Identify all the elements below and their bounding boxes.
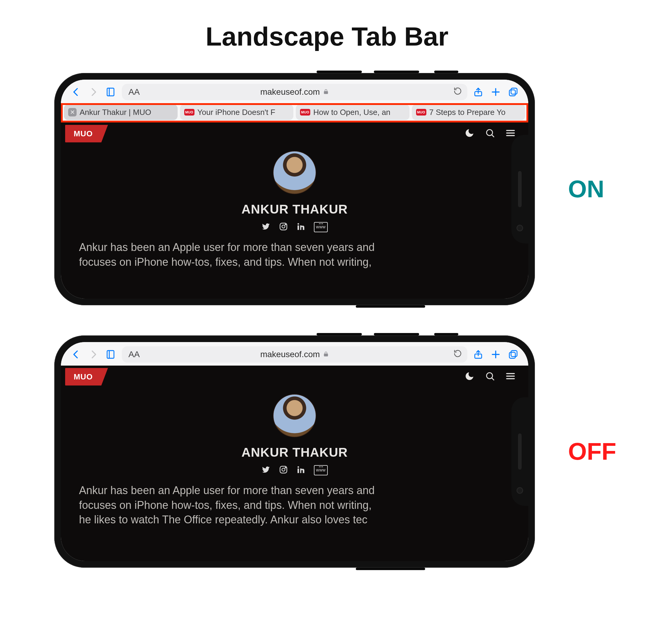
back-button[interactable]	[69, 85, 83, 99]
bookmarks-button[interactable]	[104, 85, 118, 99]
svg-rect-13	[298, 225, 299, 230]
side-button	[434, 333, 458, 336]
url-text: makeuseof.com	[260, 87, 320, 97]
svg-point-12	[285, 224, 286, 225]
linkedin-icon[interactable]	[296, 465, 305, 475]
twitter-icon[interactable]	[261, 222, 271, 232]
web-page: MUO ANKUR THAKUR	[61, 122, 528, 299]
tabs-overview-button[interactable]	[507, 85, 520, 99]
url-text: makeuseof.com	[260, 350, 320, 359]
svg-point-11	[282, 225, 285, 228]
site-header-actions	[464, 128, 516, 139]
web-page: MUO ANKUR THAKUR	[61, 366, 528, 561]
new-tab-button[interactable]	[489, 85, 502, 99]
tab-label: 7 Steps to Prepare Yo	[429, 108, 506, 117]
state-label-off: OFF	[568, 438, 616, 465]
side-button	[317, 333, 362, 336]
reload-button[interactable]	[453, 87, 462, 97]
tab-bar: ✕ Ankur Thakur | MUO MUO Your iPhone Doe…	[61, 103, 528, 122]
phone-frame-off: AA makeuseof.com	[54, 336, 535, 568]
dark-mode-icon[interactable]	[464, 371, 474, 383]
tab-active[interactable]: ✕ Ankur Thakur | MUO	[64, 105, 178, 120]
screen-off: AA makeuseof.com	[61, 342, 528, 561]
site-header: MUO	[61, 366, 528, 387]
menu-icon[interactable]	[505, 371, 516, 383]
new-tab-button[interactable]	[489, 348, 502, 361]
url-bar[interactable]: AA makeuseof.com	[122, 346, 467, 363]
side-button	[356, 568, 425, 570]
author-bio: Ankur has been an Apple user for more th…	[79, 483, 510, 527]
svg-line-6	[492, 135, 494, 137]
row-on: AA makeuseof.com	[0, 73, 654, 305]
lock-icon	[323, 87, 329, 97]
close-tab-icon[interactable]: ✕	[68, 108, 76, 116]
svg-rect-18	[511, 350, 517, 356]
tab[interactable]: MUO Your iPhone Doesn't F	[180, 105, 294, 120]
page-title: Landscape Tab Bar	[0, 21, 654, 52]
svg-rect-3	[511, 88, 517, 94]
avatar	[274, 152, 316, 194]
tab[interactable]: MUO 7 Steps to Prepare Yo	[412, 105, 525, 120]
tabs-overview-button[interactable]	[507, 348, 520, 361]
lock-icon	[323, 350, 329, 359]
svg-rect-28	[298, 468, 299, 473]
side-button	[374, 71, 419, 73]
row-off: AA makeuseof.com	[0, 336, 654, 568]
author-profile: ANKUR THAKUR www	[61, 394, 528, 475]
back-button[interactable]	[69, 348, 83, 361]
share-button[interactable]	[472, 85, 485, 99]
device-notch	[511, 135, 528, 244]
dark-mode-icon[interactable]	[464, 128, 474, 139]
avatar	[274, 394, 316, 437]
side-button	[356, 305, 425, 308]
side-button	[374, 333, 419, 336]
website-icon[interactable]: www	[314, 465, 328, 475]
site-logo[interactable]: MUO	[65, 368, 101, 386]
url-bar[interactable]: AA makeuseof.com	[122, 84, 467, 100]
side-button	[317, 71, 362, 73]
favicon-icon: MUO	[184, 109, 194, 116]
tab-label: Ankur Thakur | MUO	[79, 108, 151, 117]
device-notch	[511, 397, 528, 506]
svg-point-27	[285, 467, 286, 468]
search-icon[interactable]	[485, 371, 495, 383]
favicon-icon: MUO	[300, 109, 310, 116]
favicon-icon: MUO	[416, 109, 426, 116]
author-name: ANKUR THAKUR	[241, 202, 348, 216]
site-header: MUO	[61, 122, 528, 144]
website-icon[interactable]: www	[314, 222, 328, 232]
reader-aa-button[interactable]: AA	[129, 350, 140, 359]
linkedin-icon[interactable]	[296, 222, 305, 232]
svg-line-21	[492, 378, 494, 380]
instagram-icon[interactable]	[279, 222, 288, 232]
author-bio: Ankur has been an Apple user for more th…	[79, 240, 510, 269]
instagram-icon[interactable]	[279, 465, 288, 475]
social-links: www	[261, 465, 328, 475]
tab[interactable]: MUO How to Open, Use, an	[296, 105, 410, 120]
twitter-icon[interactable]	[261, 465, 271, 475]
screen-on: AA makeuseof.com	[61, 79, 528, 299]
share-button[interactable]	[472, 348, 485, 361]
forward-button[interactable]	[87, 85, 100, 99]
search-icon[interactable]	[485, 128, 495, 139]
reader-aa-button[interactable]: AA	[129, 87, 140, 97]
menu-icon[interactable]	[505, 128, 516, 139]
svg-rect-4	[509, 90, 515, 96]
svg-point-26	[282, 468, 285, 471]
svg-point-14	[298, 223, 299, 225]
svg-point-29	[298, 466, 299, 468]
author-profile: ANKUR THAKUR www	[61, 152, 528, 232]
author-name: ANKUR THAKUR	[241, 445, 348, 460]
safari-toolbar: AA makeuseof.com	[61, 342, 528, 366]
forward-button[interactable]	[87, 348, 100, 361]
site-logo[interactable]: MUO	[65, 125, 101, 142]
social-links: www	[261, 222, 328, 232]
bookmarks-button[interactable]	[104, 348, 118, 361]
site-header-actions	[464, 371, 516, 383]
phone-frame-on: AA makeuseof.com	[54, 73, 535, 305]
reload-button[interactable]	[453, 349, 462, 360]
tab-label: How to Open, Use, an	[313, 108, 391, 117]
side-button	[434, 71, 458, 73]
state-label-on: ON	[568, 175, 604, 203]
svg-rect-19	[509, 352, 515, 358]
